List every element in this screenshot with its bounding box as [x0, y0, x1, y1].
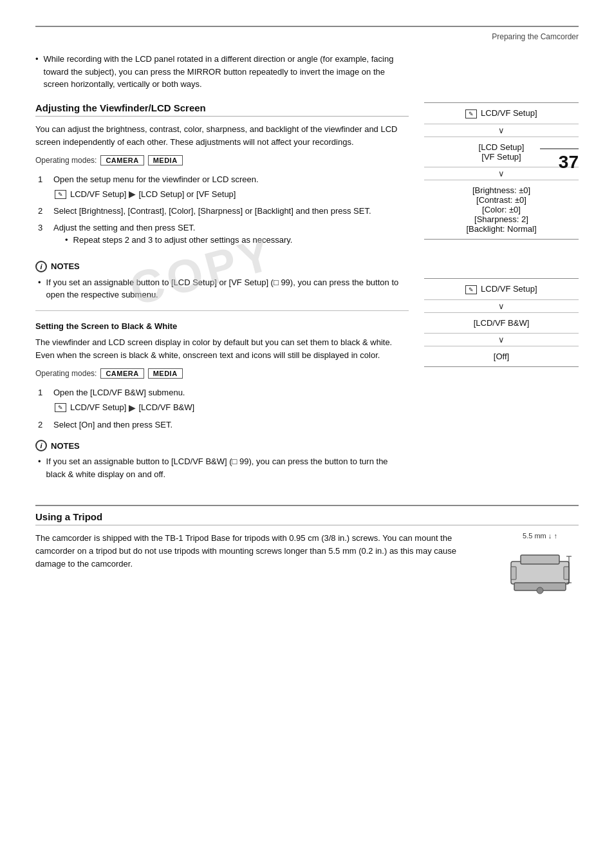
- mode-camera-1: CAMERA: [100, 155, 144, 165]
- svg-rect-0: [511, 561, 569, 584]
- step-num-1-3: 3: [38, 222, 47, 252]
- menu-path-2-1: ✎ LCD/VF Setup] ▶ [LCD/VF B&W]: [55, 401, 409, 415]
- step-content-1-1: Open the setup menu for the viewfinder o…: [53, 173, 409, 202]
- sidebar-s1-text3b: [Contrast: ±0]: [424, 195, 579, 205]
- menu-dest-2-1: [LCD/VF B&W]: [138, 401, 194, 414]
- intro-text: While recording with the LCD panel rotat…: [44, 53, 402, 91]
- notes-bullet-2: • If you set an assignable button to [LC…: [38, 455, 409, 480]
- notes-header-2: i NOTES: [35, 440, 409, 451]
- step-1-1: 1 Open the setup menu for the viewfinder…: [38, 173, 409, 202]
- menu-path-1-1: ✎ LCD/VF Setup] ▶ [LCD Setup] or [VF Set…: [55, 187, 409, 201]
- tripod-text: The camcorder is shipped with the TB-1 T…: [35, 532, 488, 607]
- tripod-body: The camcorder is shipped with the TB-1 T…: [35, 532, 488, 571]
- notes-label-1: NOTES: [51, 261, 80, 271]
- step-content-1-3: Adjust the setting and then press SET. •…: [53, 222, 409, 252]
- notes-bull-sym-2: •: [38, 455, 41, 480]
- mode-media-2: MEDIA: [148, 368, 183, 379]
- notes-text-2: If you set an assignable button to [LCD/…: [46, 455, 409, 480]
- sub-bullet-sym: •: [65, 234, 68, 247]
- divider-1: [35, 310, 409, 311]
- tripod-section: The camcorder is shipped with the TB-1 T…: [35, 532, 579, 607]
- section2: Using a Tripod The camcorder is shipped …: [35, 505, 579, 607]
- step-num-2-2: 2: [38, 419, 47, 431]
- section2-border: [35, 505, 579, 506]
- step-content-1-2: Select [Brightness], [Contrast], [Color]…: [53, 205, 409, 218]
- notes-text-1: If you set an assignable button to [LCD …: [46, 276, 409, 301]
- notes-2: i NOTES • If you set an assignable butto…: [35, 440, 409, 480]
- operating-modes-2: Operating modes: CAMERA MEDIA: [35, 368, 409, 379]
- svg-rect-5: [564, 567, 569, 580]
- op-modes-label-1: Operating modes:: [35, 156, 97, 165]
- sidebar-ss1-text1: LCD/VF Setup]: [481, 284, 537, 294]
- sidebar-ss1-box3: [Off]: [424, 346, 579, 367]
- sidebar-ss1-text2: [LCD/VF B&W]: [424, 318, 579, 328]
- step-1-2: 2 Select [Brightness], [Contrast], [Colo…: [38, 205, 409, 218]
- step-content-2-2: Select [On] and then press SET.: [53, 419, 409, 431]
- intro-bullet: • While recording with the LCD panel rot…: [35, 53, 402, 91]
- sidebar-s1-box3: [Brightness: ±0] [Contrast: ±0] [Color: …: [424, 180, 579, 240]
- menu-text-1-1: LCD/VF Setup]: [70, 188, 126, 201]
- section1-left: Adjusting the Viewfinder/LCD Screen You …: [35, 102, 409, 490]
- subsection1-title: Setting the Screen to Black & White: [35, 321, 409, 331]
- sidebar-s1-text3e: [Backlight: Normal]: [424, 224, 579, 234]
- tripod-size-text: 5.5 mm: [523, 532, 546, 540]
- notes-header-1: i NOTES: [35, 261, 409, 272]
- arrow-2-1: ▶: [129, 401, 136, 415]
- tripod-illustration: [505, 542, 575, 607]
- mode-camera-2: CAMERA: [100, 368, 144, 379]
- notes-bull-sym-1: •: [38, 276, 41, 301]
- sidebar-arrow-1a: ∨: [424, 124, 579, 137]
- sidebar-s1-text3d: [Sharpness: 2]: [424, 214, 579, 224]
- menu-text-2-1: LCD/VF Setup]: [70, 401, 126, 414]
- step-text-1-3: Adjust the setting and then press SET.: [53, 223, 195, 232]
- op-modes-label-2: Operating modes:: [35, 369, 97, 378]
- tripod-size-label: 5.5 mm ↓ ↑: [523, 532, 557, 540]
- section1-steps: 1 Open the setup menu for the viewfinder…: [38, 173, 409, 252]
- sidebar-s1-label1: ✎ LCD/VF Setup]: [465, 108, 537, 118]
- sidebar-arrow-2b: ∨: [424, 334, 579, 346]
- sub-bullet-text: Repeat steps 2 and 3 to adjust other set…: [73, 234, 293, 247]
- step-content-2-1: Open the [LCD/VF B&W] submenu. ✎ LCD/VF …: [53, 386, 409, 415]
- section1-area: Adjusting the Viewfinder/LCD Screen You …: [35, 102, 579, 490]
- arrow-1-1: ▶: [129, 187, 136, 201]
- sidebar-s1-text3c: [Color: ±0]: [424, 205, 579, 214]
- sidebar-s1-box1: ✎ LCD/VF Setup]: [424, 102, 579, 124]
- tripod-arrow-up: ↑: [554, 532, 557, 540]
- step-2-1: 1 Open the [LCD/VF B&W] submenu. ✎ LCD/V…: [38, 386, 409, 415]
- sidebar-ss1-box1: ✎ LCD/VF Setup]: [424, 278, 579, 300]
- step-num-2-1: 1: [38, 386, 47, 415]
- svg-rect-4: [511, 567, 516, 580]
- section2-title: Using a Tripod: [35, 511, 579, 525]
- subsection1-steps: 1 Open the [LCD/VF B&W] submenu. ✎ LCD/V…: [38, 386, 409, 431]
- sidebar-ss1-text3: [Off]: [424, 352, 579, 361]
- step-text-2-2: Select [On] and then press SET.: [53, 420, 172, 429]
- step-text-1-1: Open the setup menu for the viewfinder o…: [53, 175, 259, 184]
- step-num-1-2: 2: [38, 205, 47, 218]
- sidebar-s1-text3a: [Brightness: ±0]: [424, 185, 579, 195]
- step-1-3: 3 Adjust the setting and then press SET.…: [38, 222, 409, 252]
- notes-label-2: NOTES: [51, 441, 80, 451]
- step-text-2-1: Open the [LCD/VF B&W] submenu.: [53, 388, 185, 397]
- page-header: Preparing the Camcorder: [35, 32, 579, 41]
- sidebar-icon-1: ✎: [465, 109, 477, 118]
- info-icon-2: i: [35, 440, 47, 451]
- sidebar-ss1-label1: ✎ LCD/VF Setup]: [465, 284, 537, 294]
- sidebar-ss1-box2: [LCD/VF B&W]: [424, 312, 579, 334]
- page-number: 37: [540, 148, 579, 173]
- menu-dest-1-1: [LCD Setup] or [VF Setup]: [138, 188, 236, 201]
- mode-media-1: MEDIA: [148, 155, 183, 165]
- menu-icon-1: ✎: [55, 190, 66, 199]
- step-num-1-1: 1: [38, 173, 47, 202]
- top-border: [35, 26, 579, 27]
- notes-bullet-1: • If you set an assignable button to [LC…: [38, 276, 409, 301]
- subsection1-body: The viewfinder and LCD screen display in…: [35, 336, 409, 362]
- step-2-2: 2 Select [On] and then press SET.: [38, 419, 409, 431]
- operating-modes-1: Operating modes: CAMERA MEDIA: [35, 155, 409, 165]
- info-icon-1: i: [35, 261, 47, 272]
- sub-bullet-1-3: • Repeat steps 2 and 3 to adjust other s…: [65, 234, 409, 247]
- sidebar-gap: [424, 240, 579, 278]
- notes-1: i NOTES • If you set an assignable butto…: [35, 261, 409, 301]
- sidebar-icon-2: ✎: [465, 285, 477, 294]
- svg-point-3: [537, 587, 543, 594]
- bullet-symbol: •: [35, 53, 39, 91]
